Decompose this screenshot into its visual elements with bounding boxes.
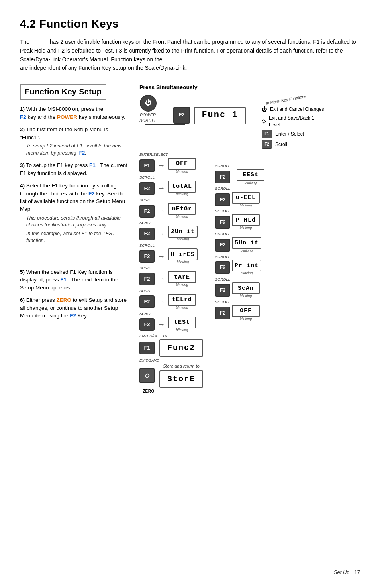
blinking-2-right: blinking — [240, 225, 252, 230]
disp-4-right: Pr int — [232, 260, 261, 271]
footer-page: 17 — [355, 569, 360, 576]
arrow-6-left: → — [158, 297, 165, 307]
f2-key-3l[interactable]: F2 — [139, 228, 155, 240]
step-4-note2: In this example, we'll set F1 to the TES… — [26, 230, 127, 244]
row-6-right: F2 OFF blinking — [215, 305, 264, 321]
f2-small-key[interactable]: F2 — [262, 140, 272, 149]
arrow-0-left: → — [158, 161, 165, 171]
store-note-label: Store and return to — [163, 363, 200, 369]
blinking-4-left: blinking — [177, 260, 189, 265]
f2-key-2r[interactable]: F2 — [215, 216, 230, 229]
zero-key-button[interactable]: ◇ — [139, 368, 155, 383]
f2-key-6r[interactable]: F2 — [215, 307, 230, 319]
intro-text2: has 2 user definable function keys on th… — [20, 39, 356, 62]
scroll-item-4-left: SCROLL F2 → H irES blinking — [139, 243, 203, 265]
step-4: 4) Select the F1 key function by scrolli… — [20, 182, 127, 244]
f2-key-5l[interactable]: F2 — [139, 273, 155, 285]
step-6-f2: F2 — [70, 313, 76, 319]
scroll-lbl-5-right: SCROLL — [215, 277, 230, 282]
enter-select-f1: ENTER/SELECT F1 Func2 — [139, 333, 203, 356]
f2-key-4r[interactable]: F2 — [215, 261, 230, 274]
disp-2-left: nEtGr — [168, 203, 196, 215]
intro-text1: The — [20, 39, 29, 45]
exit-cancel-row: ⏻ Exit and Cancel Changes — [262, 106, 325, 113]
scroll-lbl-3-left: SCROLL — [139, 220, 155, 225]
f2-key-4l[interactable]: F2 — [139, 250, 155, 263]
step-3-text1: To setup the F1 key press — [26, 162, 89, 168]
scroll-item-5-right: SCROLL F2 ScAn blinking — [215, 277, 264, 299]
step-6: 6) Either press ZERO to exit Setup and s… — [20, 296, 127, 320]
f2-key-1l[interactable]: F2 — [139, 182, 155, 195]
arrow-2-left: → — [158, 206, 165, 216]
f2-key-1r[interactable]: F2 — [215, 193, 230, 206]
row-5-left: F2 → tArE blinking — [139, 271, 203, 287]
blinking-0-left: blinking — [176, 169, 188, 174]
power-key-button[interactable]: ⏻ — [140, 95, 157, 112]
scroll-lbl-6-right: SCROLL — [215, 299, 230, 305]
blinking-3-left: blinking — [177, 237, 189, 242]
step-6-text3: Key. — [78, 313, 88, 319]
arrow-7-left: → — [158, 320, 165, 330]
f1-enter-key[interactable]: F1 — [139, 342, 155, 354]
step-1: 1) With the MSI-8000 on, press the F2 ke… — [20, 105, 127, 121]
blinking-1-left: blinking — [176, 192, 188, 197]
row-7-left: F2 → tESt blinking — [139, 317, 203, 333]
disp-7-left: tESt — [168, 317, 196, 328]
f2-key-6l[interactable]: F2 — [139, 295, 155, 308]
scroll-item-6-left: SCROLL F2 → tELrd blinking — [139, 288, 203, 310]
zero-label: ZERO — [143, 389, 203, 394]
step-4-num: 4) — [20, 183, 26, 189]
f2-key-0r[interactable]: F2 — [215, 171, 230, 183]
scroll-lbl-1-right: SCROLL — [215, 186, 230, 191]
scroll-item-6-right: SCROLL F2 OFF blinking — [215, 299, 264, 321]
scroll-item-0-left: ENTER/SELECT F1 → OFF blinking — [139, 152, 203, 174]
right-scroll-group: SCROLL F2 EESt blinking SCROLL F2 — [215, 163, 264, 395]
disp-2-right: P-HLd — [232, 214, 260, 226]
content-area: Function Key Setup 1) With the MSI-8000 … — [20, 84, 360, 395]
row-6-left: F2 → tELrd blinking — [139, 294, 203, 310]
enter-select-lbl-f1: ENTER/SELECT — [139, 333, 203, 338]
f1-small-key[interactable]: F1 — [262, 130, 272, 138]
disp-4-left: H irES — [168, 248, 198, 260]
scroll-item-4-right: SCROLL F2 Pr int blinking — [215, 254, 264, 276]
left-scroll-group: ENTER/SELECT F1 → OFF blinking SCR — [139, 152, 203, 395]
row-1-left: F2 → totAL blinking — [139, 181, 203, 197]
step-6-num: 6) — [20, 297, 26, 303]
store-display: StorE — [159, 370, 203, 388]
exit-save-lbl: EXIT/SAVE — [139, 358, 203, 363]
step-4-note1: This procedure scrolls through all avail… — [26, 215, 127, 229]
enter-select-lbl-0: ENTER/SELECT — [139, 152, 203, 157]
scroll-item-3-right: SCROLL F2 5Un it blinking — [215, 231, 264, 253]
f1-key-0[interactable]: F1 — [139, 159, 155, 172]
f2-key-3r[interactable]: F2 — [215, 239, 230, 252]
row-1-right: F2 u-EEL blinking — [215, 192, 264, 208]
step-2-text: The first item of the Setup Menu is "Fun… — [20, 126, 108, 140]
scroll-item-0-right: SCROLL F2 EESt blinking — [215, 163, 264, 185]
scroll-item-5-left: SCROLL F2 → tArE blinking — [139, 265, 203, 287]
enter-select-row: F1 Enter / Select — [262, 130, 325, 138]
step-5: 5) When the desired F1 Key function is d… — [20, 268, 127, 292]
step-1-num: 1) — [20, 106, 26, 112]
right-column: Press Simultaneously ⏻ POWER SCROLL — [139, 84, 360, 395]
section-title: 4.2 Function Keys — [20, 16, 360, 31]
step-6-zero: ZERO — [57, 297, 72, 303]
step-1-text3: key simultaneously. — [79, 114, 125, 120]
blinking-4-right: blinking — [241, 271, 253, 276]
arrow-4-left: → — [158, 252, 165, 262]
f2-key-2l[interactable]: F2 — [139, 205, 155, 218]
scroll-item-7-left: SCROLL F2 → tESt blinking — [139, 311, 203, 333]
disp-0-right: EESt — [237, 169, 264, 181]
blinking-5-left: blinking — [176, 282, 188, 287]
step-3: 3) To setup the F1 key press F1 . The cu… — [20, 161, 127, 177]
step-1-text2: key and the — [28, 114, 57, 120]
scroll-item-1-left: SCROLL F2 → totAL blinking — [139, 175, 203, 197]
f2-key-top[interactable]: F2 — [173, 107, 190, 124]
footer-set-up: Set Up — [334, 569, 350, 576]
scroll-lbl-2-right: SCROLL — [215, 208, 230, 214]
f2-key-5r[interactable]: F2 — [215, 284, 230, 297]
disp-1-right: u-EEL — [232, 192, 260, 204]
scroll-row: F2 Scroll — [262, 140, 325, 149]
f2-key-7l[interactable]: F2 — [139, 318, 155, 331]
row-2-left: F2 → nEtGr blinking — [139, 203, 203, 219]
scroll-item-1-right: SCROLL F2 u-EEL blinking — [215, 186, 264, 208]
